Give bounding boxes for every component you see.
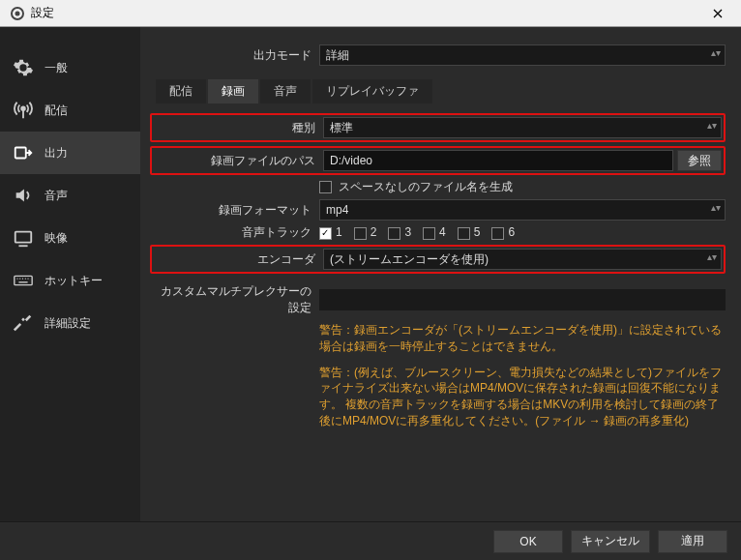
- sidebar: 一般 配信 出力 音声 映像 ホットキー 詳細設定: [0, 27, 140, 521]
- sidebar-item-label: 配信: [44, 103, 68, 119]
- no-space-checkbox[interactable]: [319, 181, 332, 193]
- track-2-checkbox[interactable]: [354, 227, 367, 240]
- encoder-value: (ストリームエンコーダを使用): [330, 251, 489, 268]
- sidebar-item-output[interactable]: 出力: [0, 132, 140, 174]
- sidebar-item-hotkeys[interactable]: ホットキー: [0, 259, 140, 302]
- output-mode-label: 出力モード: [150, 47, 319, 64]
- tools-icon: [12, 311, 35, 335]
- svg-rect-8: [15, 276, 32, 284]
- chevron-updown-icon: ▴▾: [707, 120, 717, 131]
- tab-audio[interactable]: 音声: [260, 79, 311, 103]
- tab-replay-buffer[interactable]: リプレイバッファ: [312, 79, 432, 103]
- app-icon: [10, 6, 25, 21]
- close-button[interactable]: [698, 0, 737, 27]
- output-mode-select[interactable]: 詳細 ▴▾: [319, 44, 726, 66]
- tab-recording[interactable]: 録画: [208, 79, 258, 103]
- encoder-select[interactable]: (ストリームエンコーダを使用) ▴▾: [323, 249, 722, 270]
- svg-point-4: [21, 106, 25, 110]
- recording-path-label: 録画ファイルのパス: [154, 153, 323, 169]
- recording-type-value: 標準: [330, 120, 353, 136]
- chevron-updown-icon: ▴▾: [711, 47, 721, 58]
- recording-path-value: D:/video: [330, 154, 372, 167]
- audio-tracks-label: 音声トラック: [150, 224, 319, 241]
- output-mode-value: 詳細: [326, 47, 349, 64]
- output-icon: [12, 141, 35, 164]
- recording-format-label: 録画フォーマット: [150, 202, 319, 219]
- sidebar-item-general[interactable]: 一般: [0, 46, 140, 89]
- antenna-icon: [12, 99, 35, 122]
- muxer-input[interactable]: [319, 289, 726, 310]
- warning-mp4: 警告：(例えば、ブルースクリーン、電力損失などの結果として)ファイルをファイナラ…: [319, 365, 726, 429]
- browse-button[interactable]: 参照: [677, 150, 722, 171]
- titlebar: 設定: [0, 0, 741, 27]
- svg-rect-5: [15, 148, 26, 159]
- recording-type-select[interactable]: 標準 ▴▾: [323, 117, 722, 138]
- apply-button[interactable]: 適用: [658, 530, 727, 553]
- speaker-icon: [12, 184, 35, 207]
- track-6-checkbox[interactable]: [491, 227, 504, 240]
- sidebar-item-audio[interactable]: 音声: [0, 174, 140, 217]
- recording-format-select[interactable]: mp4 ▴▾: [319, 199, 726, 221]
- sidebar-item-label: 出力: [44, 145, 68, 162]
- chevron-updown-icon: ▴▾: [711, 202, 721, 213]
- window-title: 設定: [31, 5, 54, 21]
- sidebar-item-label: 音声: [44, 188, 68, 204]
- track-1-checkbox[interactable]: [319, 227, 332, 240]
- sidebar-item-stream[interactable]: 配信: [0, 89, 140, 132]
- tab-stream[interactable]: 配信: [156, 79, 206, 103]
- no-space-label: スペースなしのファイル名を生成: [339, 180, 513, 193]
- cancel-button[interactable]: キャンセル: [571, 530, 650, 553]
- sidebar-item-label: 映像: [44, 230, 68, 247]
- track-3-checkbox[interactable]: [388, 227, 400, 240]
- dialog-footer: OK キャンセル 適用: [0, 521, 741, 560]
- monitor-icon: [12, 226, 35, 250]
- svg-rect-6: [15, 232, 32, 243]
- sidebar-item-video[interactable]: 映像: [0, 217, 140, 259]
- encoder-label: エンコーダ: [154, 251, 323, 268]
- highlight-encoder: エンコーダ (ストリームエンコーダを使用) ▴▾: [150, 245, 726, 274]
- sidebar-item-label: ホットキー: [44, 273, 103, 289]
- track-4-checkbox[interactable]: [423, 227, 435, 240]
- highlight-type: 種別 標準 ▴▾: [150, 113, 726, 142]
- ok-button[interactable]: OK: [493, 530, 563, 553]
- recording-type-label: 種別: [154, 120, 323, 136]
- main-panel: 出力モード 詳細 ▴▾ 配信 録画 音声 リプレイバッファ 種別 標準: [140, 27, 741, 521]
- sidebar-item-label: 一般: [44, 60, 68, 76]
- warning-pause: 警告：録画エンコーダが「(ストリームエンコーダを使用)」に設定されている場合は録…: [319, 322, 726, 355]
- gear-icon: [12, 56, 35, 79]
- output-tabs: 配信 録画 音声 リプレイバッファ: [150, 79, 726, 103]
- chevron-updown-icon: ▴▾: [707, 251, 717, 262]
- sidebar-item-label: 詳細設定: [44, 315, 91, 332]
- keyboard-icon: [12, 269, 35, 292]
- track-5-checkbox[interactable]: [458, 227, 470, 240]
- recording-format-value: mp4: [326, 203, 348, 217]
- sidebar-item-advanced[interactable]: 詳細設定: [0, 302, 140, 344]
- highlight-path: 録画ファイルのパス D:/video 参照: [150, 146, 726, 175]
- recording-path-input[interactable]: D:/video: [323, 150, 673, 171]
- svg-point-1: [15, 11, 20, 15]
- muxer-label: カスタムマルチプレクサーの設定: [150, 283, 319, 316]
